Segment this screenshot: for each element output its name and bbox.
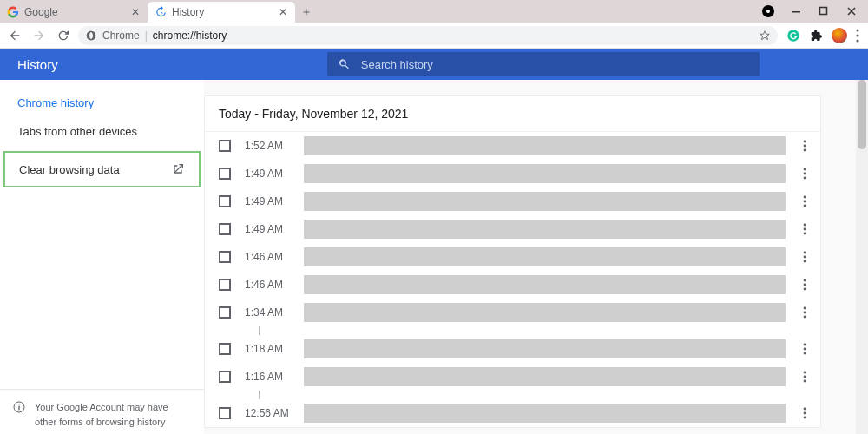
row-time: 12:56 AM (245, 407, 293, 419)
reload-button[interactable] (54, 26, 73, 45)
globe-icon (85, 30, 97, 42)
row-checkbox[interactable] (219, 168, 231, 180)
tab-history[interactable]: History ✕ (148, 2, 295, 23)
tab-title: History (172, 6, 273, 18)
page-title: History (17, 57, 58, 72)
row-more-button[interactable] (796, 371, 813, 383)
scrollbar-thumb[interactable] (858, 80, 866, 149)
row-checkbox[interactable] (219, 306, 231, 319)
row-checkbox[interactable] (219, 343, 231, 355)
grammarly-icon[interactable] (786, 29, 800, 43)
info-icon (12, 400, 26, 429)
main-panel: Today - Friday, November 12, 2021 1:52 A… (204, 80, 868, 434)
row-time: 1:46 AM (245, 279, 293, 291)
svg-point-4 (787, 30, 799, 41)
row-checkbox[interactable] (219, 279, 231, 291)
vertical-scrollbar[interactable] (856, 80, 868, 434)
history-row[interactable]: 1:34 AM (205, 299, 820, 326)
row-more-button[interactable] (796, 168, 813, 180)
svg-point-35 (804, 372, 806, 374)
svg-point-13 (804, 149, 806, 152)
svg-point-26 (804, 279, 806, 282)
svg-point-28 (804, 288, 806, 291)
history-row[interactable]: 1:49 AM (205, 187, 820, 215)
svg-point-29 (804, 307, 806, 310)
svg-point-27 (804, 284, 806, 286)
row-more-button[interactable] (796, 306, 813, 319)
history-row[interactable]: 12:56 AM (205, 399, 820, 427)
clear-browsing-data-label: Clear browsing data (19, 163, 120, 176)
svg-point-32 (804, 344, 806, 346)
sidebar-item-chrome-history[interactable]: Chrome history (0, 89, 204, 117)
status-dot-icon (762, 5, 774, 17)
svg-point-37 (804, 380, 806, 383)
row-more-button[interactable] (796, 251, 813, 263)
svg-point-19 (804, 205, 806, 207)
row-divider-tick (259, 391, 820, 399)
row-time: 1:46 AM (245, 251, 293, 263)
row-more-button[interactable] (796, 140, 813, 152)
row-checkbox[interactable] (219, 195, 231, 207)
address-bar[interactable]: Chrome | chrome://history (78, 26, 778, 45)
close-window-button[interactable] (845, 5, 858, 17)
svg-point-12 (804, 145, 806, 148)
tab-google[interactable]: Google ✕ (0, 2, 148, 23)
row-checkbox[interactable] (219, 371, 231, 383)
back-button[interactable] (5, 26, 24, 45)
history-row[interactable]: 1:18 AM (205, 335, 820, 363)
history-header: History (0, 49, 868, 80)
svg-point-6 (856, 34, 858, 36)
sidebar: Chrome history Tabs from other devices C… (0, 80, 204, 434)
row-checkbox[interactable] (219, 251, 231, 263)
row-more-button[interactable] (796, 223, 813, 235)
row-more-button[interactable] (796, 279, 813, 291)
svg-point-33 (804, 348, 806, 351)
sidebar-notice: Your Google Account may have other forms… (0, 389, 204, 434)
history-row[interactable]: 1:16 AM (205, 363, 820, 391)
row-checkbox[interactable] (219, 140, 231, 152)
omnibox-url: chrome://history (153, 30, 227, 42)
omnibox-chip: Chrome (102, 30, 140, 42)
close-icon[interactable]: ✕ (278, 7, 288, 17)
history-row[interactable]: 1:46 AM (205, 271, 820, 299)
row-checkbox[interactable] (219, 407, 231, 419)
svg-point-7 (856, 39, 858, 42)
svg-point-16 (804, 177, 806, 180)
history-card: Today - Friday, November 12, 2021 1:52 A… (204, 95, 821, 428)
sidebar-notice-text: Your Google Account may have other forms… (35, 400, 192, 429)
svg-point-36 (804, 376, 806, 378)
row-entry-redacted (304, 303, 786, 322)
search-history-box[interactable] (327, 52, 760, 76)
sidebar-item-clear-browsing-data[interactable]: Clear browsing data (3, 151, 201, 187)
row-entry-redacted (304, 136, 786, 155)
maximize-button[interactable] (818, 5, 830, 17)
profile-avatar[interactable] (832, 28, 847, 43)
close-icon[interactable]: ✕ (130, 7, 141, 17)
row-more-button[interactable] (796, 195, 813, 207)
svg-rect-9 (18, 406, 19, 411)
minimize-button[interactable] (790, 5, 802, 17)
svg-rect-1 (820, 8, 827, 15)
history-row[interactable]: 1:49 AM (205, 215, 820, 243)
toolbar: Chrome | chrome://history (0, 23, 868, 49)
row-more-button[interactable] (796, 407, 813, 419)
omnibox-separator: | (145, 30, 148, 42)
history-row[interactable]: 1:49 AM (205, 160, 820, 187)
row-more-button[interactable] (796, 343, 813, 355)
history-row[interactable]: 1:46 AM (205, 243, 820, 271)
kebab-menu-icon[interactable] (856, 29, 859, 43)
svg-point-40 (804, 417, 806, 419)
star-icon[interactable] (759, 30, 771, 42)
history-row[interactable]: 1:52 AM (205, 132, 820, 160)
window-controls (762, 0, 868, 23)
row-entry-redacted (304, 220, 786, 239)
row-checkbox[interactable] (219, 223, 231, 235)
sidebar-item-tabs-other-devices[interactable]: Tabs from other devices (0, 117, 204, 146)
content-area: Chrome history Tabs from other devices C… (0, 80, 868, 434)
new-tab-button[interactable] (295, 2, 318, 23)
row-time: 1:18 AM (245, 343, 293, 355)
search-input[interactable] (361, 58, 749, 71)
svg-point-15 (804, 173, 806, 175)
extensions-icon[interactable] (809, 29, 823, 43)
forward-button[interactable] (30, 26, 49, 45)
